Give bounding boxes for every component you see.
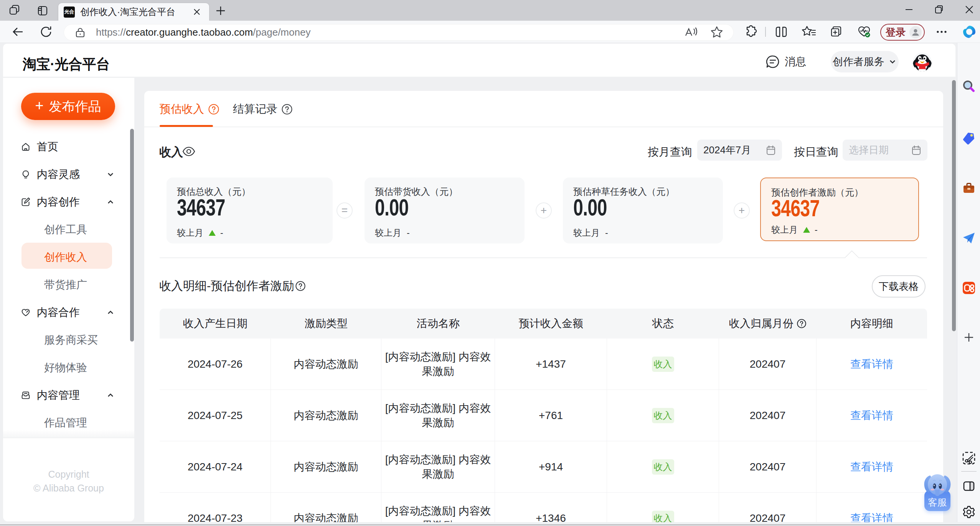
messages-button[interactable]: 消息	[766, 54, 806, 69]
screenshot-icon[interactable]	[962, 451, 976, 465]
help-icon[interactable]	[208, 104, 219, 115]
settings-gear-icon[interactable]	[962, 505, 976, 519]
sidebar-app-icon[interactable]	[962, 281, 976, 295]
sidebar-item-label: 创作工具	[44, 222, 87, 237]
split-screen-icon[interactable]	[773, 23, 790, 40]
calendar-icon	[766, 145, 776, 156]
sidebar-item-product-trial[interactable]: 好物体验	[3, 354, 134, 381]
cell-status: 收入	[607, 493, 719, 522]
compare-row: 较上月-	[771, 224, 818, 236]
activity-line: [内容动态激励] 内容效	[385, 401, 491, 416]
sidebar-item-service-purchase[interactable]: 服务商采买	[3, 326, 134, 354]
help-icon[interactable]	[295, 281, 306, 291]
publish-button[interactable]: + 发布作品	[21, 93, 115, 120]
cell-type: 内容动态激励	[271, 339, 381, 390]
cell-type: 内容动态激励	[271, 441, 381, 492]
tab-favicon: 光合	[64, 7, 75, 18]
avatar[interactable]	[913, 53, 932, 71]
view-details-link[interactable]: 查看详情	[850, 511, 893, 523]
sidebar-item-label: 内容创作	[37, 195, 80, 209]
sidebar-item-cooperation[interactable]: 内容合作	[3, 299, 134, 326]
favorite-star-icon[interactable]	[708, 24, 725, 41]
activity-line: 果激励	[422, 416, 454, 430]
tab-settlement-records[interactable]: 结算记录	[233, 91, 293, 127]
page-scrollbar[interactable]	[952, 80, 956, 331]
archive-icon	[21, 391, 30, 400]
browser-essentials-icon[interactable]	[856, 23, 873, 40]
window-maximize-icon[interactable]	[933, 4, 945, 15]
publish-label: 发布作品	[49, 98, 101, 115]
window-minimize-icon[interactable]	[903, 4, 915, 15]
tab-actions-icon[interactable]	[37, 5, 48, 16]
sidebar-item-inspiration[interactable]: 内容灵感	[3, 161, 134, 188]
signin-button[interactable]: 登录	[880, 24, 925, 41]
customer-service-widget[interactable]: 客服	[922, 472, 952, 512]
sidebar-item-home[interactable]: 首页	[3, 133, 134, 161]
column-header: 状态	[607, 309, 719, 339]
status-badge: 收入	[652, 408, 674, 423]
table-row: 2024-07-23 内容动态激励 [内容动态激励] 内容效果激励 +1346 …	[160, 493, 927, 522]
download-table-button[interactable]: 下载表格	[872, 275, 926, 298]
compare-delta: -	[407, 228, 410, 238]
stat-card-total-income: 预估总收入（元） 34637 较上月-	[167, 178, 333, 243]
back-icon[interactable]	[10, 23, 26, 40]
status-badge: 收入	[652, 459, 674, 475]
refresh-icon[interactable]	[38, 23, 54, 40]
day-query-label: 按日查询	[794, 145, 838, 160]
sidebar-shopping-icon[interactable]	[962, 131, 976, 145]
sidebar-item-creation[interactable]: 内容创作	[3, 188, 134, 216]
extensions-icon[interactable]	[742, 23, 759, 40]
view-details-link[interactable]: 查看详情	[850, 357, 893, 371]
column-header: 收入归属月份	[719, 309, 817, 339]
read-aloud-icon[interactable]	[683, 24, 700, 41]
new-tab-icon[interactable]	[213, 3, 228, 18]
signin-label: 登录	[886, 26, 906, 39]
help-icon[interactable]	[797, 319, 807, 329]
sidebar-scrollbar[interactable]	[130, 129, 134, 342]
sidebar-item-management[interactable]: 内容管理	[3, 381, 134, 409]
creator-service-dropdown[interactable]: 创作者服务	[831, 51, 899, 72]
view-details-link[interactable]: 查看详情	[850, 460, 893, 474]
tab-estimated-income[interactable]: 预估收入	[160, 91, 219, 127]
favorites-list-icon[interactable]	[800, 23, 817, 40]
tab-title: 创作收入·淘宝光合平台	[80, 6, 187, 18]
compare-label: 较上月	[771, 224, 798, 236]
browser-tab[interactable]: 光合 创作收入·淘宝光合平台	[58, 3, 209, 21]
day-picker[interactable]: 选择日期	[843, 140, 927, 161]
sidebar-item-creation-tools[interactable]: 创作工具	[3, 216, 134, 243]
compare-delta: -	[815, 225, 818, 235]
month-picker[interactable]: 2024年7月	[697, 140, 782, 161]
sidebar-item-creation-income[interactable]: 创作收入	[3, 243, 134, 271]
cell-activity: [内容动态激励] 内容效果激励	[381, 441, 495, 492]
collections-icon[interactable]	[828, 23, 845, 40]
help-icon[interactable]	[281, 104, 293, 115]
plus-icon: +	[35, 97, 43, 114]
cell-month: 202407	[719, 441, 817, 492]
cell-action: 查看详情	[817, 441, 927, 492]
eye-icon[interactable]	[182, 146, 195, 156]
window-close-icon[interactable]	[964, 4, 975, 15]
chevron-down-icon	[106, 170, 115, 179]
sidebar-search-icon[interactable]	[962, 79, 976, 93]
sidebar-menu: 首页 内容灵感	[3, 133, 134, 437]
sidebar-item-promotion[interactable]: 带货推广	[3, 271, 134, 299]
url-bar[interactable]: https://creator.guanghe.taobao.com/page/…	[64, 24, 734, 41]
copilot-icon[interactable]	[961, 23, 978, 40]
sidebar-item-label: 作品管理	[44, 416, 87, 430]
edge-sidebar	[957, 43, 980, 522]
sidebar-drop-icon[interactable]	[962, 231, 976, 245]
sidebar-item-label: 好物体验	[44, 360, 87, 375]
sidebar-add-icon[interactable]	[962, 330, 976, 344]
tab-close-icon[interactable]	[190, 5, 204, 19]
url-scheme: https://	[96, 26, 126, 38]
heart-icon	[21, 308, 30, 317]
column-header: 内容明细	[817, 309, 927, 339]
workspaces-icon[interactable]	[9, 5, 21, 16]
more-menu-icon[interactable]	[933, 23, 950, 40]
view-details-link[interactable]: 查看详情	[850, 408, 893, 423]
stat-card-creator-incentive[interactable]: 预估创作者激励（元） 34637 较上月-	[760, 178, 919, 241]
sidebar-toggle-icon[interactable]	[962, 479, 976, 493]
lock-icon[interactable]	[75, 27, 85, 38]
cell-action: 查看详情	[817, 493, 927, 522]
sidebar-toolbox-icon[interactable]	[962, 181, 976, 195]
